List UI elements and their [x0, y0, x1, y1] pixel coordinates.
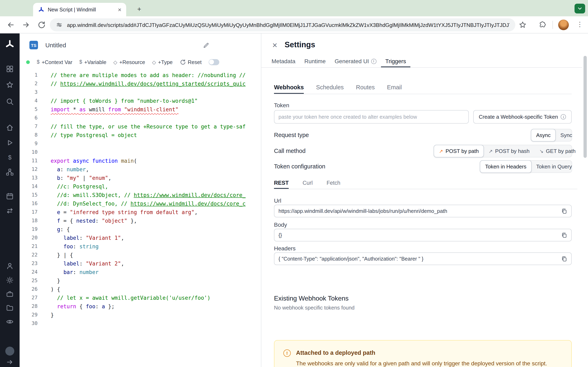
- code-line[interactable]: 21 foo: string: [20, 242, 261, 251]
- workers-briefcase-icon[interactable]: [6, 290, 14, 298]
- code-line[interactable]: 27 // let x = await wmill.getVariable('u…: [20, 294, 261, 302]
- add-resource-button[interactable]: ◇ +Resource: [113, 59, 145, 65]
- code-line[interactable]: 20 label: "Variant 1",: [20, 234, 261, 242]
- subtab-schedules[interactable]: Schedules: [316, 81, 344, 94]
- profile-avatar[interactable]: [558, 20, 569, 30]
- code-line[interactable]: 6: [20, 114, 261, 122]
- reload-icon[interactable]: [38, 21, 46, 29]
- token-in-headers-option[interactable]: Token in Headers: [480, 160, 532, 173]
- browser-menu-icon[interactable]: ⋮: [577, 20, 583, 28]
- token-input[interactable]: paste your token here once created to al…: [274, 110, 469, 124]
- code-line[interactable]: 22 } | {: [20, 251, 261, 259]
- code-line[interactable]: 1// there are multiple modes to add as h…: [20, 71, 261, 80]
- bookmark-star-icon[interactable]: [519, 21, 527, 29]
- tab-metadata[interactable]: Metadata: [267, 55, 300, 67]
- code-line[interactable]: 25 }: [20, 276, 261, 285]
- close-icon[interactable]: ×: [270, 40, 280, 50]
- panel-scrollbar[interactable]: [584, 56, 587, 158]
- sync-option[interactable]: Sync: [555, 129, 577, 141]
- token-in-query-option[interactable]: Token in Query: [531, 161, 577, 173]
- account-avatar[interactable]: [5, 347, 14, 356]
- home-icon[interactable]: [6, 124, 14, 132]
- schedules-calendar-icon[interactable]: [6, 192, 14, 200]
- folders-icon[interactable]: [6, 304, 14, 312]
- code-line[interactable]: 30: [20, 319, 261, 328]
- code-line[interactable]: 26) {: [20, 285, 261, 294]
- code-line[interactable]: 14 //c: Postgresql,: [20, 182, 261, 191]
- reset-button[interactable]: Reset: [180, 59, 202, 65]
- code-area[interactable]: 1// there are multiple modes to add as h…: [20, 71, 261, 367]
- body-field[interactable]: {}: [274, 229, 572, 242]
- code-line[interactable]: 17 e = "inferred type string from defaul…: [20, 208, 261, 217]
- headers-label: Headers: [274, 245, 296, 252]
- variables-dollar-icon[interactable]: $: [6, 153, 14, 161]
- create-webhook-token-button[interactable]: Create a Webhook-specific Token i: [473, 110, 572, 124]
- edit-pencil-icon[interactable]: [203, 42, 209, 49]
- editor-toggle[interactable]: [209, 59, 219, 65]
- copy-icon[interactable]: [561, 256, 567, 262]
- code-line[interactable]: 4// import { toWords } from "number-to-w…: [20, 97, 261, 105]
- code-line[interactable]: 2// https://www.windmill.dev/docs/gettin…: [20, 80, 261, 88]
- apps-icon[interactable]: [6, 65, 14, 73]
- url-text[interactable]: app.windmill.dev/scripts/add#JTdCJTIyaGF…: [67, 22, 510, 28]
- flows-routes-icon[interactable]: [6, 207, 14, 215]
- forward-icon[interactable]: [22, 21, 30, 29]
- get-by-path-option[interactable]: ↘ GET by path: [535, 145, 581, 157]
- line-number: 27: [20, 294, 38, 302]
- expand-sidebar-arrow-icon[interactable]: [6, 358, 14, 366]
- code-line[interactable]: 5import * as wmill from "windmill-client…: [20, 105, 261, 114]
- code-line[interactable]: 16 //d: DynSelect_foo, // https://www.wi…: [20, 200, 261, 208]
- subtab-email[interactable]: Email: [387, 81, 402, 94]
- post-by-hash-option[interactable]: ↗ POST by hash: [484, 145, 535, 157]
- tune-icon[interactable]: [56, 21, 63, 29]
- code-line[interactable]: 18 f = { nested: "object" },: [20, 217, 261, 225]
- tab-curl[interactable]: Curl: [303, 177, 313, 189]
- script-title[interactable]: Untitled: [45, 42, 66, 49]
- runs-play-icon[interactable]: [6, 139, 14, 147]
- audit-eye-icon[interactable]: [6, 318, 14, 326]
- back-icon[interactable]: [7, 21, 15, 29]
- window-menu-button[interactable]: [575, 4, 585, 13]
- headers-field[interactable]: { "Content-Type": "application/json", "A…: [274, 252, 572, 265]
- code-line[interactable]: 12 a: number,: [20, 165, 261, 174]
- new-tab-button[interactable]: +: [135, 5, 144, 14]
- code-line[interactable]: 11export async function main(: [20, 157, 261, 165]
- code-line[interactable]: 10: [20, 148, 261, 157]
- tab-rest[interactable]: REST: [274, 177, 289, 189]
- code-line[interactable]: 19 g: {: [20, 225, 261, 234]
- post-by-path-option[interactable]: ↗ POST by path: [434, 145, 484, 157]
- tab-close-icon[interactable]: ×: [116, 6, 123, 13]
- add-variable-button[interactable]: $ +Variable: [79, 59, 106, 65]
- search-icon[interactable]: [6, 98, 14, 106]
- code-line[interactable]: 7// fill the type, or use the +Resource …: [20, 122, 261, 131]
- code-line[interactable]: 13 b: "my" | "enum",: [20, 174, 261, 182]
- settings-gear-icon[interactable]: [6, 276, 14, 284]
- tab-generated-ui[interactable]: Generated UI i: [330, 55, 381, 67]
- code-line[interactable]: 15 //d: wmill.S3Object, // https://www.w…: [20, 191, 261, 200]
- windmill-logo-icon[interactable]: [4, 39, 15, 50]
- code-line[interactable]: 24 bar: number: [20, 268, 261, 276]
- code-line[interactable]: 9: [20, 140, 261, 148]
- add-type-button[interactable]: ◇ +Type: [152, 59, 173, 65]
- copy-icon[interactable]: [561, 208, 567, 214]
- resources-hub-icon[interactable]: [6, 168, 14, 176]
- add-context-var-button[interactable]: $ +Context Var: [37, 59, 72, 65]
- tab-triggers[interactable]: Triggers: [381, 55, 411, 67]
- code-line[interactable]: 3: [20, 88, 261, 97]
- code-line[interactable]: 8// type Postgresql = object: [20, 131, 261, 140]
- code-line[interactable]: 29}: [20, 311, 261, 319]
- address-bar[interactable]: app.windmill.dev/scripts/add#JTdCJTIyaGF…: [50, 18, 515, 31]
- url-field[interactable]: https://app.windmill.dev/api/w/windmill-…: [274, 205, 572, 217]
- browser-tab[interactable]: New Script | Windmill ×: [33, 3, 126, 16]
- async-option[interactable]: Async: [531, 129, 556, 142]
- subtab-routes[interactable]: Routes: [356, 81, 375, 94]
- copy-icon[interactable]: [561, 232, 567, 238]
- favorites-star-icon[interactable]: [6, 81, 14, 89]
- subtab-webhooks[interactable]: Webhooks: [274, 81, 304, 94]
- tab-fetch[interactable]: Fetch: [327, 177, 341, 189]
- extensions-icon[interactable]: [538, 21, 546, 29]
- code-line[interactable]: 28 return { foo: a };: [20, 302, 261, 311]
- tab-runtime[interactable]: Runtime: [300, 55, 330, 67]
- user-icon[interactable]: [6, 262, 14, 270]
- code-line[interactable]: 23 label: "Variant 2",: [20, 259, 261, 268]
